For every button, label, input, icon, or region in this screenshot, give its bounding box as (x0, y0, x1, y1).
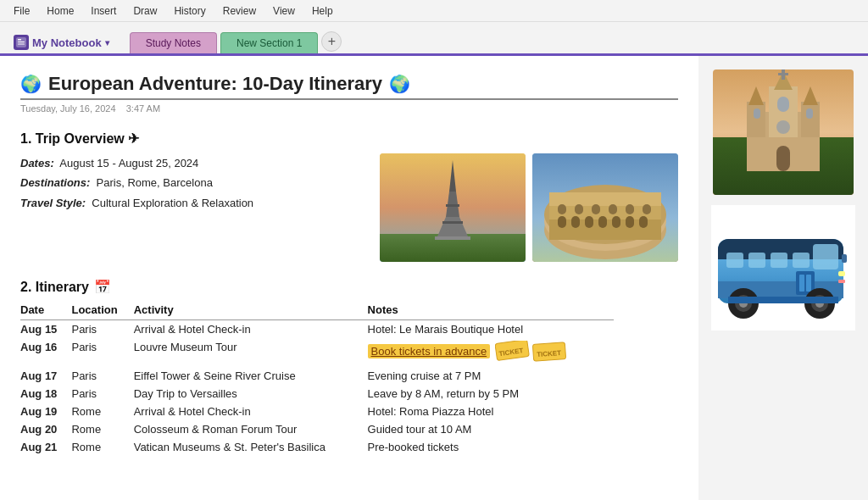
svg-rect-11 (442, 221, 463, 224)
svg-rect-24 (626, 216, 634, 228)
svg-rect-45 (801, 102, 820, 137)
table-row: Aug 16ParisLouvre Museum TourBook ticket… (20, 338, 614, 367)
svg-rect-9 (435, 236, 470, 240)
svg-rect-31 (643, 204, 651, 214)
itinerary-body: Aug 15ParisArrival & Hotel Check-inHotel… (20, 320, 614, 457)
svg-rect-23 (612, 216, 620, 228)
svg-rect-58 (748, 253, 765, 268)
cell-notes: Leave by 8 AM, return by 5 PM (368, 385, 614, 403)
svg-rect-27 (575, 204, 583, 214)
photo-colosseum (532, 153, 678, 262)
cell-date: Aug 16 (20, 338, 71, 367)
destinations-line: Destinations: Paris, Rome, Barcelona (20, 173, 371, 192)
svg-rect-21 (585, 216, 593, 228)
menu-insert[interactable]: Insert (84, 3, 123, 19)
menu-history[interactable]: History (167, 3, 212, 19)
svg-rect-26 (558, 204, 566, 214)
col-notes: Notes (368, 302, 614, 320)
cell-notes: Hotel: Roma Piazza Hotel (368, 403, 614, 420)
dates-line: Dates: August 15 - August 25, 2024 (20, 153, 371, 173)
add-section-button[interactable]: + (321, 31, 342, 52)
svg-rect-72 (838, 271, 845, 276)
svg-rect-18 (549, 192, 661, 206)
globe-icon-right: 🌍 (389, 74, 410, 94)
photo-strip (380, 153, 678, 262)
svg-rect-3 (18, 44, 25, 45)
tab-new-section[interactable]: New Section 1 (220, 32, 318, 53)
cell-notes: Pre-booked tickets (368, 438, 614, 456)
svg-rect-29 (609, 204, 617, 214)
svg-rect-71 (728, 297, 838, 303)
content-area: 🌍 European Adventure: 10-Day Itinerary 🌍… (0, 56, 698, 500)
notebook-icon (14, 35, 29, 50)
svg-rect-2 (18, 42, 25, 42)
itinerary-table: Date Location Activity Notes Aug 15Paris… (20, 302, 614, 456)
overview-heading: 1. Trip Overview ✈ (20, 131, 678, 147)
calendar-icon: 📅 (94, 279, 111, 295)
notebook-title[interactable]: My Notebook ▾ (7, 31, 116, 53)
cell-date: Aug 18 (20, 385, 71, 403)
svg-rect-43 (747, 102, 765, 137)
svg-rect-47 (777, 97, 789, 112)
cell-activity: Arrival & Hotel Check-in (134, 403, 368, 420)
svg-rect-1 (18, 39, 21, 41)
cell-activity: Arrival & Hotel Check-in (134, 320, 368, 339)
cell-activity: Louvre Museum Tour (134, 338, 368, 367)
cell-date: Aug 19 (20, 403, 71, 420)
table-row: Aug 20RomeColosseum & Roman Forum TourGu… (20, 420, 614, 438)
svg-rect-63 (799, 275, 804, 292)
cell-activity: Vatican Museums & St. Peter's Basilica (134, 438, 368, 456)
highlighted-note: Book tickets in advance (368, 344, 491, 358)
menu-bar: File Home Insert Draw History Review Vie… (0, 0, 868, 22)
cell-notes: Guided tour at 10 AM (368, 420, 614, 438)
menu-help[interactable]: Help (305, 3, 340, 19)
menu-file[interactable]: File (7, 3, 36, 19)
table-row: Aug 15ParisArrival & Hotel Check-inHotel… (20, 320, 614, 339)
menu-draw[interactable]: Draw (126, 3, 164, 19)
svg-rect-64 (806, 275, 811, 292)
svg-point-51 (776, 120, 790, 134)
svg-rect-10 (446, 204, 459, 207)
cell-date: Aug 20 (20, 420, 71, 438)
cell-location: Rome (71, 420, 133, 438)
table-row: Aug 18ParisDay Trip to VersaillesLeave b… (20, 385, 614, 403)
cell-location: Paris (71, 385, 133, 403)
menu-view[interactable]: View (266, 3, 302, 19)
svg-rect-59 (771, 253, 787, 268)
cell-notes: Evening cruise at 7 PM (368, 367, 614, 385)
main-area: 🌍 European Adventure: 10-Day Itinerary 🌍… (0, 56, 868, 500)
svg-rect-74 (842, 254, 847, 263)
col-activity: Activity (134, 302, 368, 320)
cell-location: Paris (71, 338, 133, 367)
photo-eiffel (380, 153, 526, 262)
menu-home[interactable]: Home (40, 3, 81, 19)
svg-rect-60 (793, 253, 810, 268)
svg-rect-28 (592, 204, 600, 214)
svg-rect-19 (558, 216, 566, 228)
svg-rect-20 (571, 216, 580, 228)
svg-rect-25 (639, 216, 648, 228)
table-row: Aug 21RomeVatican Museums & St. Peter's … (20, 438, 614, 456)
col-location: Location (71, 302, 133, 320)
cell-activity: Eiffel Tower & Seine River Cruise (134, 367, 368, 385)
page-title: 🌍 European Adventure: 10-Day Itinerary 🌍 (20, 73, 678, 100)
ticket-badge: TICKET TICKET (490, 345, 570, 358)
menu-review[interactable]: Review (216, 3, 263, 19)
notebook-dropdown-icon[interactable]: ▾ (105, 38, 109, 47)
tab-bar: My Notebook ▾ Study Notes New Section 1 … (0, 22, 868, 56)
cell-date: Aug 17 (20, 367, 71, 385)
tab-study-notes[interactable]: Study Notes (130, 32, 217, 53)
cell-location: Rome (71, 403, 133, 420)
cell-activity: Colosseum & Roman Forum Tour (134, 420, 368, 438)
right-panel (698, 56, 868, 500)
table-row: Aug 19RomeArrival & Hotel Check-inHotel:… (20, 403, 614, 420)
svg-rect-50 (776, 146, 790, 171)
globe-icon-left: 🌍 (20, 74, 42, 94)
table-header-row: Date Location Activity Notes (20, 302, 614, 320)
svg-rect-56 (813, 244, 838, 269)
table-row: Aug 17ParisEiffel Tower & Seine River Cr… (20, 367, 614, 385)
overview-grid: Dates: August 15 - August 25, 2024 Desti… (20, 153, 678, 262)
cell-date: Aug 15 (20, 320, 71, 339)
svg-rect-30 (626, 204, 634, 214)
svg-rect-42 (778, 73, 788, 75)
